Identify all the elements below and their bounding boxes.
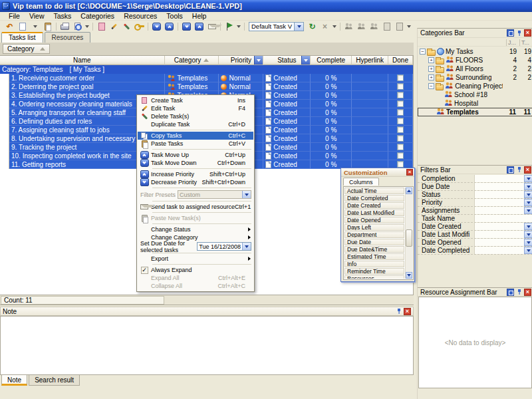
apply-view-button[interactable]: ↻ [307, 21, 318, 31]
filter-value[interactable] [475, 231, 532, 238]
decrease-priority-button[interactable] [181, 21, 192, 31]
resource-group-overflow[interactable] [407, 25, 411, 28]
column-option-due-date[interactable]: Due Date [344, 239, 404, 245]
menu-combo-box[interactable]: Tue 16/12/2008 [197, 242, 251, 251]
note-content[interactable] [0, 316, 414, 375]
tab-resources[interactable]: Resources [45, 32, 91, 43]
scroll-up-button[interactable] [406, 188, 412, 194]
resource-tool-1-button[interactable] [343, 21, 354, 31]
edit-task-button[interactable] [108, 21, 120, 31]
column-header-category[interactable]: Category [165, 56, 219, 65]
filter-dropdown-button[interactable] [524, 231, 532, 238]
filter-dropdown-button[interactable] [524, 191, 532, 198]
filters-bar-close-button[interactable]: × [524, 166, 531, 174]
new-task-dropdown[interactable] [29, 21, 41, 31]
menu-item-change-category[interactable]: Change Category [138, 233, 253, 241]
resource-tool-2-button[interactable] [356, 21, 367, 31]
filter-value[interactable] [475, 215, 532, 222]
filter-dropdown-button[interactable] [524, 183, 532, 190]
filter-value[interactable] [475, 183, 532, 190]
column-header-done[interactable]: Done [388, 56, 413, 65]
menu-item-change-status[interactable]: Change Status [138, 225, 253, 233]
category-item-school-18[interactable]: School #18 [418, 90, 532, 99]
resource-tool-4-button[interactable] [381, 21, 392, 31]
clear-view-button[interactable]: × [319, 21, 331, 31]
category-item-cleaning-projects[interactable]: −Cleaning Projects [418, 82, 532, 90]
flag-button[interactable] [223, 21, 235, 31]
expand-icon[interactable]: + [428, 57, 434, 63]
send-task-button[interactable] [206, 21, 217, 31]
title-bar[interactable]: Vip team to do list [C:\DOCUME~1\Serge\D… [0, 0, 532, 12]
column-header-complete[interactable]: Complete [311, 56, 352, 65]
note-close-button[interactable]: × [404, 308, 411, 315]
filter-dropdown-button[interactable] [524, 223, 532, 230]
column-option-actual-time[interactable]: Actual Time [344, 188, 404, 194]
done-checkbox[interactable] [397, 109, 404, 116]
task-row[interactable]: 2. Deterring the project goalTemplatesNo… [0, 82, 413, 91]
menu-item-delete-task-s-[interactable]: Delete Task(s) [138, 112, 253, 120]
column-option-info[interactable]: Info [344, 261, 404, 267]
column-option-resources[interactable]: Resources [344, 275, 404, 279]
customization-close-button[interactable]: × [406, 169, 413, 176]
menu-item-decrease-priority[interactable]: Decrease PriorityShift+Ctrl+Down [138, 178, 253, 186]
category-item-surrounding[interactable]: +Surrounding22 [418, 73, 532, 82]
menu-item-copy-tasks[interactable]: Copy TasksCtrl+C [138, 132, 253, 140]
menu-file[interactable]: File [4, 12, 25, 21]
permissions-button[interactable] [134, 21, 145, 31]
menu-resources[interactable]: Resources [119, 12, 162, 21]
menu-item-set-due-date-for-selected-tasks[interactable]: Set Due Date for selected tasksTue 16/12… [138, 241, 253, 251]
note-pin-button[interactable] [395, 308, 402, 315]
done-checkbox[interactable] [397, 161, 404, 168]
column-option-days-left[interactable]: Days Left [344, 224, 404, 231]
category-item-templates[interactable]: Templates1111 [418, 108, 532, 116]
column-header-status[interactable]: Status [263, 56, 311, 65]
resource-tool-3-button[interactable] [368, 21, 380, 31]
collapse-icon[interactable]: − [428, 83, 434, 89]
undo-button[interactable]: ↶ [4, 21, 15, 31]
done-checkbox[interactable] [397, 118, 404, 124]
categories-bar-maximize-button[interactable] [507, 29, 514, 37]
category-group-row[interactable]: Category: Templates [ My Tasks ] [0, 65, 413, 74]
customization-scrollbar[interactable] [405, 188, 412, 279]
expand-icon[interactable]: + [428, 74, 434, 80]
menu-item-increase-priority[interactable]: Increase PriorityShift+Ctrl+Up [138, 170, 253, 178]
collapse-icon[interactable]: − [420, 49, 426, 55]
column-option-date-opened[interactable]: Date Opened [344, 217, 404, 223]
filter-value[interactable] [475, 223, 532, 230]
menu-item-task-move-up[interactable]: Task Move UpCtrl+Up [138, 151, 253, 159]
filter-value[interactable] [475, 239, 532, 246]
task-move-down-button[interactable] [151, 21, 162, 31]
done-checkbox[interactable] [397, 92, 404, 98]
scroll-thumb[interactable] [406, 229, 412, 247]
done-checkbox[interactable] [397, 83, 404, 90]
scroll-track[interactable] [406, 194, 412, 272]
resource-bar-close-button[interactable]: × [524, 289, 531, 296]
column-option-estimated-time[interactable]: Estimated Time [344, 253, 404, 260]
increase-priority-button[interactable] [194, 21, 205, 31]
task-row[interactable]: 1. Receiving customer orderTemplatesNorm… [0, 74, 413, 82]
category-item-all-floors[interactable]: +All Floors22 [418, 65, 532, 73]
print-group-overflow[interactable] [85, 25, 89, 28]
filter-dropdown-button[interactable] [301, 56, 310, 65]
tab-tasks-list[interactable]: Tasks list [1, 32, 43, 43]
filter-dropdown-button[interactable] [524, 175, 532, 182]
view-group-overflow[interactable] [332, 25, 336, 28]
filter-dropdown-button[interactable] [524, 247, 532, 254]
category-item-hospital[interactable]: Hospital [418, 99, 532, 108]
filter-value[interactable] [475, 247, 532, 254]
menu-item-always-expand[interactable]: ✓Always Expand [138, 266, 253, 274]
menu-tools[interactable]: Tools [162, 12, 188, 21]
done-checkbox[interactable] [397, 74, 404, 81]
menu-item-duplicate-task[interactable]: Duplicate TaskCtrl+D [138, 120, 253, 128]
column-option-date-last-modified[interactable]: Date Last Modified [344, 209, 404, 216]
column-header-name[interactable]: Name [0, 56, 165, 65]
menu-item-export[interactable]: Export [138, 255, 253, 263]
task-view-combo[interactable]: Default Task V [249, 22, 304, 31]
done-checkbox[interactable] [397, 135, 404, 142]
filter-dropdown-button[interactable] [524, 207, 532, 214]
column-option-department[interactable]: Department [344, 231, 404, 238]
done-checkbox[interactable] [397, 126, 404, 133]
filter-value[interactable] [475, 191, 532, 198]
group-by-category-button[interactable]: Category [3, 44, 50, 54]
delete-task-button[interactable] [121, 21, 132, 31]
